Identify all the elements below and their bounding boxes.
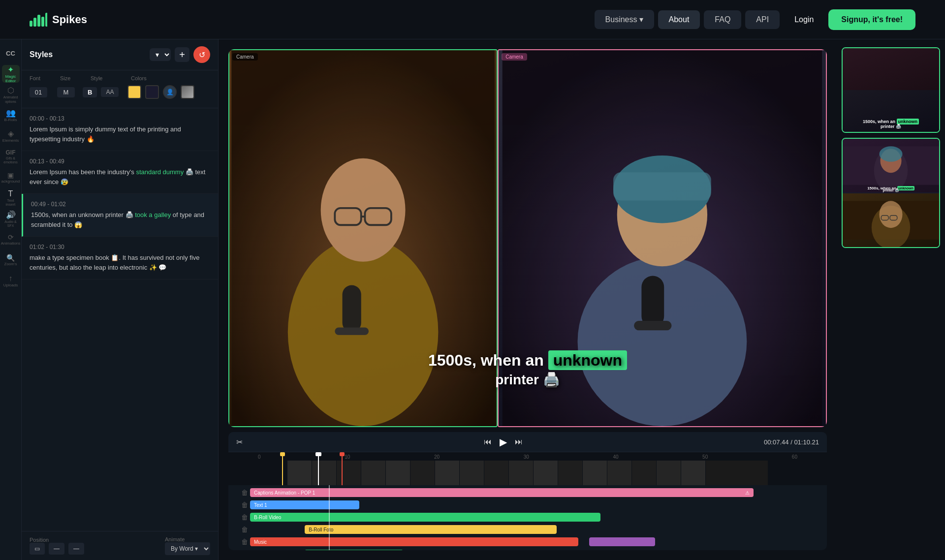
rewind-btn[interactable]: ⏮ (484, 437, 492, 446)
color-gradient[interactable] (181, 85, 194, 99)
bold-btn[interactable]: B (83, 87, 97, 97)
animate-section: Animate By Word ▾ (165, 536, 210, 555)
film-thumb (484, 461, 509, 485)
color-yellow[interactable] (127, 85, 141, 99)
right-cam-label: Camera (502, 53, 527, 61)
logo[interactable]: Spikes (30, 13, 87, 27)
sidebar-icons: CC ✦ Magic Editor ⬡ Animated options 👥 B… (0, 39, 22, 560)
magic-editor-btn[interactable]: ✦ Magic Editor (2, 65, 20, 83)
animate-label: Animate (165, 536, 210, 542)
pos-top-btn[interactable]: ▭ (30, 543, 45, 555)
center-area: Camera (219, 39, 837, 560)
thumb-caption-1: 1500s, when an unknown printer 🖨️ (843, 119, 939, 129)
add-style-button[interactable]: + (175, 47, 189, 62)
style-select[interactable]: ▾ (150, 48, 171, 61)
color-dark[interactable] (145, 85, 159, 99)
reset-style-button[interactable]: ↺ (193, 46, 210, 63)
track-bar-text1[interactable]: Text 1 (250, 500, 359, 509)
bottom-controls: Position ▭ — — Animate By Word ▾ (22, 531, 218, 560)
caption-prefix: 1500s, when an (428, 351, 544, 369)
elements-btn[interactable]: ◈ Elements (2, 127, 20, 145)
animations-btn[interactable]: ⟳ Animations (2, 230, 20, 248)
caption-time-4: 01:02 - 01:30 (30, 244, 210, 250)
track-row-gif: 🗑 Gif (239, 549, 797, 550)
color-avatar[interactable]: 👤 (163, 85, 177, 99)
brand-name: Spikes (52, 13, 87, 26)
zoom-btn[interactable]: 🔍 Zoom's (2, 251, 20, 269)
track-bar-gif[interactable]: Gif (305, 550, 403, 550)
animated-captions-btn[interactable]: ⬡ Animated options (2, 86, 20, 103)
film-thumb (410, 461, 435, 485)
caption-item-3[interactable]: 00:49 - 01:02 1500s, when an unknown pri… (22, 194, 218, 237)
track-bar-music2[interactable] (589, 537, 655, 546)
uploads-btn[interactable]: ↑ Uploads (2, 272, 20, 289)
playhead[interactable] (318, 452, 319, 485)
red-marker[interactable] (342, 452, 343, 485)
track-delete-music[interactable]: 🗑 (239, 538, 250, 546)
pos-bot-btn[interactable]: — (68, 543, 84, 555)
svg-rect-3 (41, 17, 44, 27)
nav-business[interactable]: Business ▾ (595, 10, 654, 29)
video-area: Camera (228, 49, 827, 427)
svg-rect-12 (335, 327, 369, 335)
timeline-time: 00:07.44 / 01:10.21 (764, 438, 819, 446)
timeline-controls: ✂ (236, 437, 243, 447)
play-btn[interactable]: ▶ (500, 436, 507, 448)
track-row-broll: 🗑 B-Roll Video (239, 512, 797, 523)
fast-forward-btn[interactable]: ⏭ (515, 437, 523, 446)
video-preview: Camera (228, 49, 827, 427)
caption-item-4[interactable]: 01:02 - 01:30 make a type specimen book … (22, 237, 218, 280)
nav-login[interactable]: Login (784, 10, 824, 29)
caption-item-1[interactable]: 00:00 - 00:13 Lorem Ipsum is simply dumm… (22, 108, 218, 151)
nav-faq[interactable]: FAQ (704, 10, 741, 29)
thumb-card-1[interactable]: 1500s, when an unknown printer 🖨️ (842, 47, 940, 133)
b-rolls-btn[interactable]: 👥 B-Rolls (2, 106, 20, 124)
background-btn[interactable]: ▣ ackground (2, 168, 20, 186)
caption-text-3: 1500s, when an unknown printer 🖨️ took a… (31, 210, 210, 229)
yellow-marker[interactable] (282, 452, 283, 485)
film-thumb (681, 461, 706, 485)
nav-signup[interactable]: Signup, it's free! (828, 9, 915, 30)
text-insert-btn[interactable]: T Text insert (2, 189, 20, 207)
track-bar-brollfoto[interactable]: B-Roll Foto (305, 525, 557, 534)
film-thumb (657, 461, 681, 485)
film-thumb (287, 461, 312, 485)
caption-item-2[interactable]: 00:13 - 00:49 Lorem Ipsum has been the i… (22, 151, 218, 194)
svg-rect-4 (45, 13, 47, 27)
svg-rect-2 (37, 15, 40, 27)
caption-sub: printer 🖨️ (428, 372, 627, 388)
animate-select[interactable]: By Word ▾ (165, 542, 210, 555)
audio-btn[interactable]: 🔊 Audio & SFX (2, 210, 20, 227)
nav-api[interactable]: API (745, 10, 780, 29)
film-thumb (361, 461, 386, 485)
track-delete-text1[interactable]: 🗑 (239, 501, 250, 509)
playback-controls: ⏮ ▶ ⏭ (484, 436, 523, 448)
font-number[interactable]: 01 (30, 87, 47, 97)
track-bar-music[interactable]: Music (250, 537, 578, 546)
caption-text-4: make a type specimen book 📋. It has surv… (30, 253, 210, 272)
gifs-btn[interactable]: GIF Gifs & emotions (2, 148, 20, 165)
current-time: 00:07.44 (764, 438, 789, 446)
cc-icon-btn[interactable]: CC (2, 44, 20, 62)
aa-btn[interactable]: AA (101, 87, 119, 97)
track-delete-captions[interactable]: 🗑 (239, 489, 250, 497)
track-delete-brollfoto[interactable]: 🗑 (239, 526, 250, 533)
svg-point-7 (321, 158, 406, 262)
playhead-head (315, 452, 321, 456)
track-bar-broll[interactable]: B-Roll Video (250, 513, 600, 522)
nav-links: Business ▾ About FAQ API Login Signup, i… (595, 9, 915, 30)
nav-about[interactable]: About (658, 10, 700, 29)
film-thumb (337, 461, 361, 485)
scissors-btn[interactable]: ✂ (236, 437, 243, 447)
size-value[interactable]: M (57, 87, 75, 97)
track-bar-captions[interactable]: Captions Animation - POP 1 ⚠ (250, 488, 754, 497)
control-row-labels: Font Size Style Colors (30, 75, 210, 81)
film-thumb (312, 461, 337, 485)
pos-mid-btn[interactable]: — (49, 543, 64, 555)
thumb-card-2[interactable]: 1500s, when an unknown printer 🖨️ (842, 138, 940, 248)
logo-icon (30, 13, 47, 27)
red-marker-head (340, 452, 345, 456)
caption-time-2: 00:13 - 00:49 (30, 158, 210, 165)
size-label: Size (60, 75, 77, 81)
track-delete-broll[interactable]: 🗑 (239, 513, 250, 521)
